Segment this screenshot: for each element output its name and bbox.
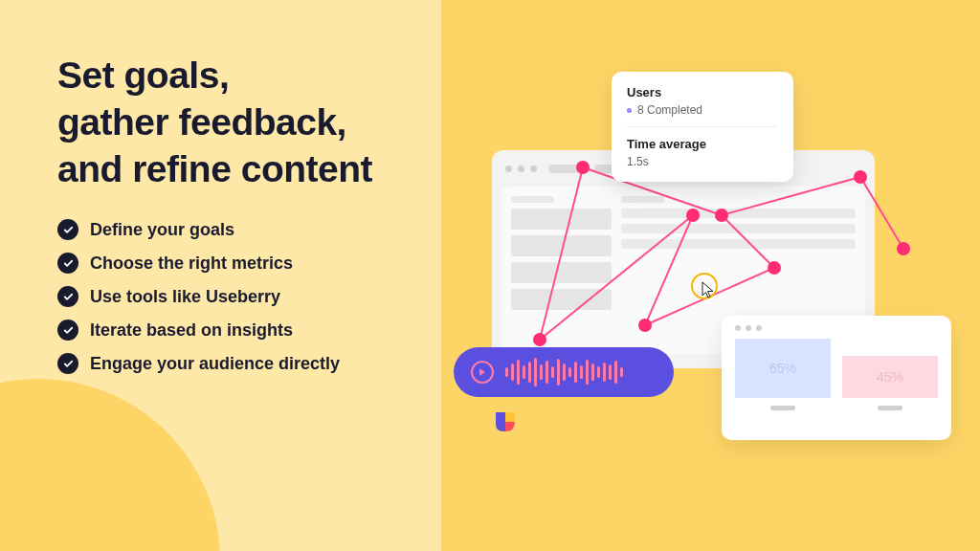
background-circle: [0, 379, 220, 551]
window-dot-icon: [735, 325, 741, 331]
bullet-text: Engage your audience directly: [90, 354, 340, 374]
bullet-text: Use tools like Useberry: [90, 287, 280, 307]
divider: [627, 126, 778, 127]
play-button[interactable]: [471, 361, 494, 384]
audio-player[interactable]: [454, 347, 674, 397]
placeholder-block: [511, 262, 612, 283]
bar-value: 45%: [877, 369, 903, 385]
bar-column: 65%: [735, 339, 831, 410]
chart-header: [735, 325, 938, 331]
wireframe-sidebar: [511, 196, 612, 344]
check-icon: [57, 253, 78, 274]
bullet-item: Engage your audience directly: [57, 353, 372, 374]
window-dot-icon: [530, 165, 537, 172]
tab-placeholder: [548, 165, 583, 173]
status-dot-icon: [627, 108, 632, 113]
waveform-icon: [505, 358, 623, 386]
users-value-text: 8 Completed: [637, 103, 702, 117]
bar-value: 65%: [769, 361, 796, 376]
check-icon: [57, 219, 78, 240]
comparison-chart: 65% 45%: [722, 316, 951, 440]
users-value: 8 Completed: [627, 103, 778, 117]
headline-line: Set goals,: [57, 55, 229, 96]
bars-area: 65% 45%: [735, 339, 938, 410]
window-dot-icon: [746, 325, 751, 331]
bullet-item: Use tools like Useberry: [57, 286, 372, 307]
window-dot-icon: [756, 325, 762, 331]
check-icon: [57, 320, 78, 341]
placeholder-block: [511, 209, 612, 230]
headline: Set goals, gather feedback, and refine c…: [57, 53, 372, 192]
bar-secondary: 45%: [842, 356, 938, 398]
time-value-text: 1.5s: [627, 155, 649, 168]
stats-tooltip: Users 8 Completed Time average 1.5s: [612, 72, 793, 182]
brand-logo-icon: [492, 408, 519, 435]
bar-primary: 65%: [735, 339, 831, 398]
bullet-list: Define your goals Choose the right metri…: [57, 219, 372, 374]
play-icon: [478, 367, 487, 377]
headline-line: gather feedback,: [57, 101, 346, 143]
check-icon: [57, 353, 78, 374]
placeholder-block: [511, 289, 612, 310]
users-label: Users: [627, 85, 778, 99]
bar-label-placeholder: [878, 406, 902, 410]
window-dot-icon: [505, 165, 512, 172]
bullet-text: Define your goals: [90, 220, 234, 240]
svg-rect-9: [505, 412, 515, 422]
bullet-item: Choose the right metrics: [57, 253, 372, 274]
placeholder-row: [621, 239, 856, 249]
check-icon: [57, 286, 78, 307]
placeholder-block: [511, 235, 612, 256]
bullet-text: Iterate based on insights: [90, 320, 293, 341]
illustration-panel: Users 8 Completed Time average 1.5s: [454, 72, 951, 493]
time-label: Time average: [627, 137, 778, 151]
bullet-item: Iterate based on insights: [57, 320, 372, 341]
window-dot-icon: [518, 165, 524, 172]
svg-point-8: [897, 242, 910, 255]
headline-line: and refine content: [57, 148, 372, 189]
placeholder-row: [621, 209, 856, 218]
headline-section: Set goals, gather feedback, and refine c…: [57, 53, 372, 386]
bullet-item: Define your goals: [57, 219, 372, 240]
bullet-text: Choose the right metrics: [90, 253, 293, 274]
bar-column: 45%: [842, 356, 938, 410]
placeholder-row: [621, 224, 856, 233]
placeholder-bar: [621, 196, 664, 203]
time-value: 1.5s: [627, 155, 778, 168]
cursor-arrow-icon: [702, 281, 715, 298]
bar-label-placeholder: [770, 406, 795, 410]
placeholder-bar: [511, 196, 554, 203]
